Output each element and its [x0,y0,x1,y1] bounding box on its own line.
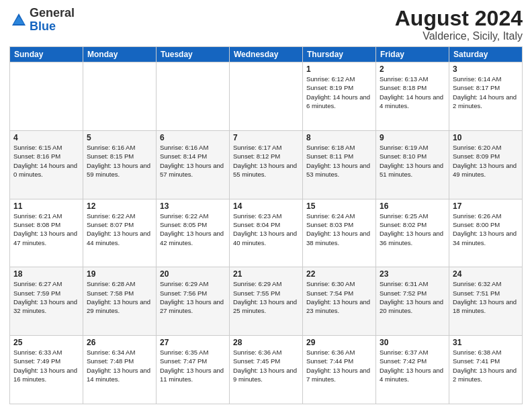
day-cell-6: 6Sunrise: 6:16 AM Sunset: 8:14 PM Daylig… [157,130,230,199]
empty-cell [10,62,83,131]
day-info-25: Sunrise: 6:33 AM Sunset: 7:49 PM Dayligh… [13,348,79,383]
day-info-15: Sunrise: 6:24 AM Sunset: 8:03 PM Dayligh… [306,212,372,247]
day-cell-30: 30Sunrise: 6:37 AM Sunset: 7:42 PM Dayli… [376,336,449,404]
day-info-21: Sunrise: 6:29 AM Sunset: 7:55 PM Dayligh… [233,279,299,315]
day-number-10: 10 [453,133,519,142]
weekday-header-thursday: Thursday [303,47,376,62]
day-number-25: 25 [13,338,79,347]
day-cell-15: 15Sunrise: 6:24 AM Sunset: 8:03 PM Dayli… [303,199,376,267]
day-cell-10: 10Sunrise: 6:20 AM Sunset: 8:09 PM Dayli… [449,130,523,199]
day-cell-18: 18Sunrise: 6:27 AM Sunset: 7:59 PM Dayli… [10,267,83,336]
day-cell-16: 16Sunrise: 6:25 AM Sunset: 8:02 PM Dayli… [376,199,449,267]
day-cell-31: 31Sunrise: 6:38 AM Sunset: 7:41 PM Dayli… [449,336,523,404]
day-number-27: 27 [160,338,226,347]
week-row-5: 25Sunrise: 6:33 AM Sunset: 7:49 PM Dayli… [10,336,523,404]
calendar-table: SundayMondayTuesdayWednesdayThursdayFrid… [9,46,523,404]
day-info-4: Sunrise: 6:15 AM Sunset: 8:16 PM Dayligh… [13,143,79,179]
day-info-31: Sunrise: 6:38 AM Sunset: 7:41 PM Dayligh… [453,348,519,383]
day-number-7: 7 [233,133,299,142]
week-row-2: 4Sunrise: 6:15 AM Sunset: 8:16 PM Daylig… [10,130,523,199]
day-cell-19: 19Sunrise: 6:28 AM Sunset: 7:58 PM Dayli… [83,267,157,336]
day-number-15: 15 [306,201,372,211]
logo-general: General [30,6,75,19]
day-cell-7: 7Sunrise: 6:17 AM Sunset: 8:12 PM Daylig… [230,130,303,199]
day-number-3: 3 [453,64,519,74]
day-cell-29: 29Sunrise: 6:36 AM Sunset: 7:44 PM Dayli… [303,336,376,404]
day-info-17: Sunrise: 6:26 AM Sunset: 8:00 PM Dayligh… [453,212,519,247]
day-number-8: 8 [306,133,372,142]
weekday-header-sunday: Sunday [10,47,83,62]
day-number-22: 22 [306,269,372,279]
day-number-18: 18 [13,269,79,279]
week-row-4: 18Sunrise: 6:27 AM Sunset: 7:59 PM Dayli… [10,267,523,336]
day-info-2: Sunrise: 6:13 AM Sunset: 8:18 PM Dayligh… [380,75,445,110]
logo: General Blue [9,7,75,34]
day-info-10: Sunrise: 6:20 AM Sunset: 8:09 PM Dayligh… [453,143,519,179]
logo-text: General Blue [30,7,75,34]
day-cell-3: 3Sunrise: 6:14 AM Sunset: 8:17 PM Daylig… [449,62,523,131]
day-number-17: 17 [453,201,519,211]
weekday-header-saturday: Saturday [449,47,523,62]
header: General Blue August 2024 Valderice, Sici… [9,7,523,42]
day-cell-24: 24Sunrise: 6:32 AM Sunset: 7:51 PM Dayli… [449,267,523,336]
weekday-header-wednesday: Wednesday [230,47,303,62]
day-cell-9: 9Sunrise: 6:19 AM Sunset: 8:10 PM Daylig… [376,130,449,199]
day-cell-11: 11Sunrise: 6:21 AM Sunset: 8:08 PM Dayli… [10,199,83,267]
day-cell-12: 12Sunrise: 6:22 AM Sunset: 8:07 PM Dayli… [83,199,157,267]
day-number-9: 9 [380,133,445,142]
day-number-24: 24 [453,269,519,279]
day-number-11: 11 [13,201,79,211]
week-row-1: 1Sunrise: 6:12 AM Sunset: 8:19 PM Daylig… [10,62,523,131]
day-number-12: 12 [87,201,152,211]
day-number-28: 28 [233,338,299,347]
day-number-5: 5 [87,133,152,142]
day-info-29: Sunrise: 6:36 AM Sunset: 7:44 PM Dayligh… [306,348,372,383]
day-cell-25: 25Sunrise: 6:33 AM Sunset: 7:49 PM Dayli… [10,336,83,404]
day-number-31: 31 [453,338,519,347]
page: General Blue August 2024 Valderice, Sici… [0,0,532,411]
day-info-6: Sunrise: 6:16 AM Sunset: 8:14 PM Dayligh… [160,143,226,179]
day-info-18: Sunrise: 6:27 AM Sunset: 7:59 PM Dayligh… [13,279,79,315]
day-info-30: Sunrise: 6:37 AM Sunset: 7:42 PM Dayligh… [380,348,445,383]
day-info-23: Sunrise: 6:31 AM Sunset: 7:52 PM Dayligh… [380,279,445,315]
day-info-11: Sunrise: 6:21 AM Sunset: 8:08 PM Dayligh… [13,212,79,247]
day-info-7: Sunrise: 6:17 AM Sunset: 8:12 PM Dayligh… [233,143,299,179]
day-info-14: Sunrise: 6:23 AM Sunset: 8:04 PM Dayligh… [233,212,299,247]
day-cell-17: 17Sunrise: 6:26 AM Sunset: 8:00 PM Dayli… [449,199,523,267]
day-cell-22: 22Sunrise: 6:30 AM Sunset: 7:54 PM Dayli… [303,267,376,336]
day-cell-13: 13Sunrise: 6:22 AM Sunset: 8:05 PM Dayli… [157,199,230,267]
day-number-20: 20 [160,269,226,279]
day-cell-21: 21Sunrise: 6:29 AM Sunset: 7:55 PM Dayli… [230,267,303,336]
day-info-9: Sunrise: 6:19 AM Sunset: 8:10 PM Dayligh… [380,143,445,179]
day-cell-1: 1Sunrise: 6:12 AM Sunset: 8:19 PM Daylig… [303,62,376,131]
day-number-13: 13 [160,201,226,211]
day-info-26: Sunrise: 6:34 AM Sunset: 7:48 PM Dayligh… [87,348,152,383]
day-info-28: Sunrise: 6:36 AM Sunset: 7:45 PM Dayligh… [233,348,299,383]
day-number-29: 29 [306,338,372,347]
day-number-14: 14 [233,201,299,211]
day-info-8: Sunrise: 6:18 AM Sunset: 8:11 PM Dayligh… [306,143,372,179]
day-number-6: 6 [160,133,226,142]
day-number-4: 4 [13,133,79,142]
day-cell-23: 23Sunrise: 6:31 AM Sunset: 7:52 PM Dayli… [376,267,449,336]
week-row-3: 11Sunrise: 6:21 AM Sunset: 8:08 PM Dayli… [10,199,523,267]
day-info-3: Sunrise: 6:14 AM Sunset: 8:17 PM Dayligh… [453,75,519,110]
day-cell-14: 14Sunrise: 6:23 AM Sunset: 8:04 PM Dayli… [230,199,303,267]
day-cell-28: 28Sunrise: 6:36 AM Sunset: 7:45 PM Dayli… [230,336,303,404]
day-info-20: Sunrise: 6:29 AM Sunset: 7:56 PM Dayligh… [160,279,226,315]
day-number-16: 16 [380,201,445,211]
weekday-header-row: SundayMondayTuesdayWednesdayThursdayFrid… [10,47,523,62]
day-cell-26: 26Sunrise: 6:34 AM Sunset: 7:48 PM Dayli… [83,336,157,404]
svg-marker-1 [13,16,24,24]
day-info-5: Sunrise: 6:16 AM Sunset: 8:15 PM Dayligh… [87,143,152,179]
day-info-24: Sunrise: 6:32 AM Sunset: 7:51 PM Dayligh… [453,279,519,315]
day-number-19: 19 [87,269,152,279]
weekday-header-friday: Friday [376,47,449,62]
day-info-22: Sunrise: 6:30 AM Sunset: 7:54 PM Dayligh… [306,279,372,315]
day-cell-20: 20Sunrise: 6:29 AM Sunset: 7:56 PM Dayli… [157,267,230,336]
day-cell-4: 4Sunrise: 6:15 AM Sunset: 8:16 PM Daylig… [10,130,83,199]
weekday-header-monday: Monday [83,47,157,62]
day-cell-8: 8Sunrise: 6:18 AM Sunset: 8:11 PM Daylig… [303,130,376,199]
day-info-16: Sunrise: 6:25 AM Sunset: 8:02 PM Dayligh… [380,212,445,247]
title-block: August 2024 Valderice, Sicily, Italy [395,7,523,42]
